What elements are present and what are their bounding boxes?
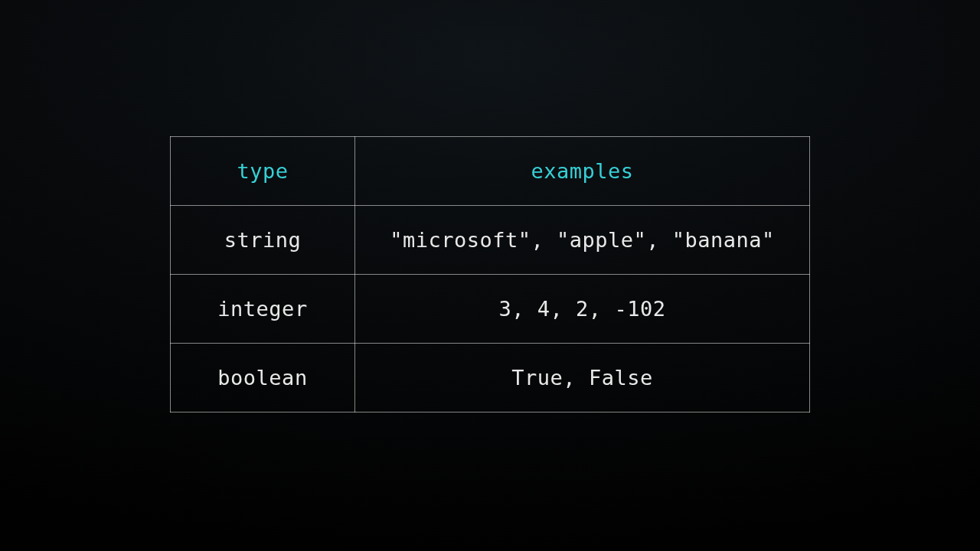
table-row: string "microsoft", "apple", "banana" xyxy=(171,205,810,274)
header-type: type xyxy=(171,136,355,205)
table-row: integer 3, 4, 2, -102 xyxy=(171,274,810,343)
cell-type: string xyxy=(171,205,355,274)
cell-examples: 3, 4, 2, -102 xyxy=(355,274,810,343)
cell-type: boolean xyxy=(171,343,355,412)
cell-examples: "microsoft", "apple", "banana" xyxy=(355,205,810,274)
table-header-row: type examples xyxy=(171,136,810,205)
cell-type: integer xyxy=(171,274,355,343)
header-examples: examples xyxy=(355,136,810,205)
slide-stage: type examples string "microsoft", "apple… xyxy=(0,0,980,551)
cell-examples: True, False xyxy=(355,343,810,412)
table-row: boolean True, False xyxy=(171,343,810,412)
types-table: type examples string "microsoft", "apple… xyxy=(170,136,810,412)
